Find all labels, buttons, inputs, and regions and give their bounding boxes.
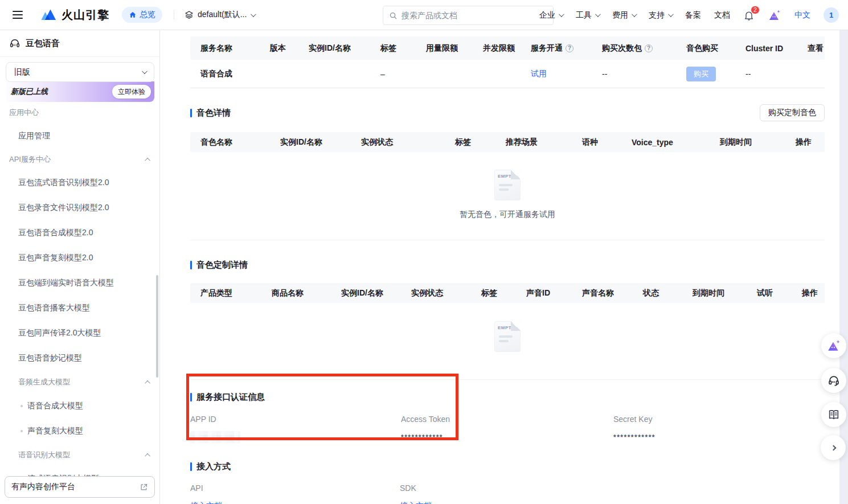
banner-text: 新版已上线 [11, 87, 48, 97]
column-header: 声音名称 [572, 288, 633, 298]
nav-menu-support[interactable]: 支持 [649, 10, 672, 21]
search-icon [389, 11, 398, 20]
user-avatar[interactable]: 1 [824, 7, 839, 23]
column-header: 购买次数包? [592, 43, 676, 54]
nav-link-docs[interactable]: 文档 [714, 10, 730, 21]
api-doc-link[interactable]: 接入文档 [190, 501, 222, 504]
chevron-down-icon [142, 68, 148, 74]
custom-empty-state: EMPTY [190, 303, 825, 380]
buy-button[interactable]: 购买 [686, 67, 716, 81]
section-title-access: 接入方式 [190, 461, 231, 472]
nav-link-beian[interactable]: 备案 [685, 10, 701, 21]
sidebar-scrollbar-thumb[interactable] [156, 275, 158, 378]
access-token-value: ************ [401, 433, 613, 441]
sidebar-item-streaming-asr-2.0[interactable]: 豆包流式语音识别模型2.0 [0, 170, 159, 195]
notification-bell-icon[interactable]: 2 [743, 10, 755, 21]
top-navbar: 火山引擎 总览 default(默认... 企业 工具 费用 支持 备案 文档 … [0, 0, 848, 30]
chevron-down-icon [668, 11, 674, 17]
sidebar-item-podcast-model[interactable]: 豆包语音播客大模型 [0, 296, 159, 321]
sidebar-item-clone-large-model[interactable]: 声音复刻大模型 [0, 419, 159, 444]
help-icon[interactable]: ? [645, 44, 653, 52]
sdk-access: SDK 接入文档 [400, 483, 825, 504]
try-now-button[interactable]: 立即体验 [112, 85, 151, 99]
version-select[interactable]: 旧版 [6, 62, 154, 82]
sidebar-item-tts-large-model[interactable]: 语音合成大模型 [0, 394, 159, 419]
sidebar-item-tts-2.0[interactable]: 豆包语音合成模型2.0 [0, 220, 159, 245]
section-title-auth: 服务接口认证信息 [190, 392, 265, 403]
column-header: 音色名称 [190, 137, 270, 147]
ai-assistant-icon[interactable] [768, 9, 781, 22]
sdk-doc-link[interactable]: 接入文档 [400, 501, 432, 504]
section-title-custom-voice: 音色定制详情 [190, 260, 248, 271]
sidebar-item-app-manage[interactable]: 应用管理 [0, 124, 159, 149]
column-header: Cluster ID [735, 44, 797, 53]
sidebar-item-realtime-voice[interactable]: 豆包端到端实时语音大模型 [0, 271, 159, 296]
secret-key-value: ************ [613, 433, 825, 441]
column-header: 并发限额 [473, 43, 521, 54]
service-table-header: 服务名称 版本 实例ID/名称 标签 用量限额 并发限额 服务开通? 购买次数包… [190, 36, 825, 60]
audio-platform-link[interactable]: 有声内容创作平台 [5, 476, 155, 498]
version-card: 旧版 新版已上线 立即体验 [6, 62, 154, 102]
chevron-up-icon [145, 157, 150, 163]
column-header: 试听 [747, 288, 792, 298]
help-icon[interactable]: ? [566, 44, 573, 52]
sidebar-item-voice-clone-2.0[interactable]: 豆包声音复刻模型2.0 [0, 245, 159, 271]
chevron-down-icon [559, 11, 564, 17]
voice-empty-state: EMPTY 暂无音色，可开通服务试用 [190, 152, 825, 240]
page-scrollbar[interactable] [839, 30, 848, 504]
service-table: 服务名称 版本 实例ID/名称 标签 用量限额 并发限额 服务开通? 购买次数包… [190, 36, 825, 88]
column-header: 实例ID/名称 [331, 288, 401, 298]
language-switcher[interactable]: 中文 [794, 10, 810, 21]
collapse-panel-fab[interactable] [821, 435, 846, 460]
home-icon [129, 11, 137, 19]
column-header: 服务名称 [190, 43, 260, 54]
secret-key-label: Secret Key [613, 415, 825, 424]
search-input[interactable] [402, 11, 547, 20]
nav-menu-enterprise[interactable]: 企业 [539, 10, 563, 21]
overview-badge[interactable]: 总览 [122, 7, 162, 23]
column-header: 语种 [572, 137, 621, 147]
project-switcher[interactable]: default(默认... [185, 10, 255, 20]
app-id-label: APP ID [190, 415, 401, 424]
title-accent-bar [190, 261, 192, 269]
main-content: 服务名称 版本 实例ID/名称 标签 用量限额 并发限额 服务开通? 购买次数包… [161, 30, 848, 504]
column-header: 实例ID/名称 [270, 137, 351, 147]
nav-menu-tools[interactable]: 工具 [576, 10, 599, 21]
support-headset-fab[interactable] [821, 368, 846, 393]
brand-logo[interactable]: 火山引擎 [40, 7, 109, 23]
sidebar-item-file-asr-2.0[interactable]: 豆包录音文件识别模型2.0 [0, 195, 159, 220]
column-header: 标签 [370, 43, 416, 54]
buy-custom-voice-button[interactable]: 购买定制音色 [760, 104, 825, 121]
column-header: 声音ID [516, 288, 572, 298]
chevron-down-icon [595, 11, 601, 17]
title-accent-bar [190, 393, 192, 401]
sidebar-item-simul-interp-2.0[interactable]: 豆包同声传译2.0大模型 [0, 321, 159, 346]
bullet-dot [21, 405, 23, 407]
column-header: 操作 [792, 288, 825, 298]
app-id-field: APP ID [190, 415, 401, 443]
version-select-value: 旧版 [14, 67, 30, 77]
sidebar-group-api-center[interactable]: API服务中心 [0, 149, 159, 170]
sidebar-subgroup-audio-gen[interactable]: 音频生成大模型 [0, 371, 159, 394]
overview-label: 总览 [140, 10, 155, 20]
sidebar-header: AI 豆包语音 [0, 30, 159, 57]
column-header: 操作 [785, 137, 825, 147]
column-header: 音色购买 [676, 43, 735, 54]
ai-assistant-fab[interactable] [821, 333, 846, 358]
navbar-right: 企业 工具 费用 支持 备案 文档 2 中文 1 [539, 0, 839, 30]
sidebar-item-miaoji-model[interactable]: 豆包语音妙记模型 [0, 346, 159, 371]
column-header: 服务开通? [521, 43, 592, 54]
column-header: 状态 [633, 288, 682, 298]
sidebar-subgroup-asr[interactable]: 语音识别大模型 [0, 444, 159, 466]
external-link-icon [140, 483, 148, 491]
nav-menu-billing[interactable]: 费用 [612, 10, 636, 21]
search-box[interactable] [383, 6, 554, 25]
access-token-field: Access Token ************ [401, 415, 613, 443]
layers-icon [185, 10, 194, 19]
api-label: API [190, 483, 400, 493]
empty-document-icon: EMPTY [494, 321, 521, 352]
trial-link[interactable]: 试用 [531, 69, 547, 78]
hamburger-menu-icon[interactable] [10, 9, 25, 21]
sidebar-group-app-center: 应用中心 [0, 102, 159, 124]
docs-book-fab[interactable] [821, 402, 846, 427]
